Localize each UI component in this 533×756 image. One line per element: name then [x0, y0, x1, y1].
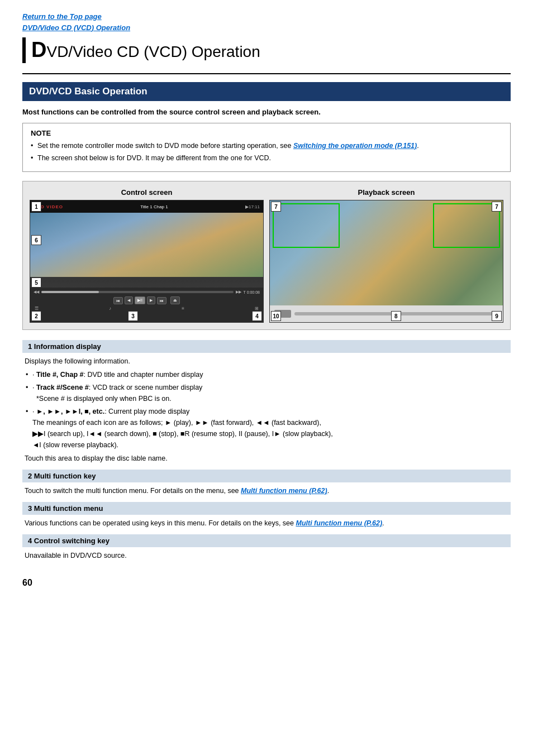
ctrl-subtitle-icon[interactable]: ≡ [182, 306, 184, 311]
ctrl-elapsed-time: T 0:00:08 [244, 290, 260, 294]
item-1-intro: Displays the following information. [25, 356, 508, 367]
breadcrumb-link-top[interactable]: Return to the Top page [22, 12, 102, 21]
screen-label-2: 2 [31, 311, 41, 321]
playback-screen-image: 7 7 10 8 9 [269, 200, 503, 323]
ctrl-btn-rewind[interactable]: ◀ [125, 296, 133, 304]
control-screen-image: DVD VIDEO Title 1 Chap 1 ▶ 17:11 ◀◀ ▶▶ T… [30, 200, 264, 323]
item-4-text: Unavailable in DVD/VCD source. [25, 550, 508, 561]
ctrl-video-area [30, 213, 263, 277]
screen-label-8: 8 [391, 311, 401, 321]
item-3-header: 3 Multi function menu [22, 502, 511, 515]
item-4-section: 4 Control switching key Unavailable in D… [22, 534, 511, 561]
item-3-text: Various functions can be operated using … [25, 518, 508, 529]
screen-label-4: 4 [252, 311, 262, 321]
item-3-link[interactable]: Multi function menu (P.62) [296, 519, 382, 527]
ctrl-angle-icon[interactable]: ⊞ [255, 306, 259, 311]
ctrl-buttons-row: ⏮ ◀ ▶II ▶ ⏭ ⏏ [32, 295, 261, 305]
ctrl-icons-row: ☰ ♪ ≡ ⊞ [32, 305, 261, 312]
control-screen-title: Control screen [30, 188, 264, 197]
ctrl-progress-row: ◀◀ ▶▶ T 0:00:08 [32, 289, 261, 295]
pb-bottom-bar [270, 305, 503, 322]
section-header: DVD/VCD Basic Operation [22, 82, 511, 101]
item-4-num: 4 [28, 537, 32, 545]
item-4-title: Control switching key [34, 537, 110, 545]
ctrl-btn-ff[interactable]: ▶ [147, 296, 155, 304]
ctrl-btn-play[interactable]: ▶II [135, 296, 145, 304]
ctrl-btn-next-chapter[interactable]: ⏭ [157, 297, 166, 304]
item-3-section: 3 Multi function menu Various functions … [22, 502, 511, 529]
page-title: DVD/Video CD (VCD) Operation [31, 37, 260, 63]
ctrl-top-bar: DVD VIDEO Title 1 Chap 1 ▶ 17:11 [30, 200, 263, 213]
item-3-body: Various functions can be operated using … [22, 518, 511, 529]
item-1-list: · Title #, Chap #: DVD title and chapter… [25, 369, 508, 451]
item-2-text: Touch to switch the multi function menu.… [25, 485, 508, 496]
item-1-title: Information display [34, 342, 101, 351]
screen-label-9: 9 [492, 311, 502, 321]
item-1-bullet-2: · Track #/Scene #: VCD track or scene nu… [25, 382, 508, 404]
item-1-body: Displays the following information. · Ti… [22, 356, 511, 464]
ctrl-ff-icon: ▶▶ [236, 290, 241, 294]
note-item-1: Set the remote controller mode switch to… [31, 141, 502, 151]
item-2-link[interactable]: Multi function menu (P.62) [241, 487, 327, 495]
item-1-bullet-1: · Title #, Chap #: DVD title and chapter… [25, 369, 508, 380]
screens-container: Control screen DVD VIDEO Title 1 Chap 1 … [22, 181, 511, 330]
screen-label-10: 10 [271, 311, 281, 321]
ctrl-time: 17:11 [249, 204, 260, 209]
ctrl-menu-icon[interactable]: ☰ [35, 306, 39, 311]
ctrl-progress-fill [41, 291, 99, 293]
ctrl-audio-icon[interactable]: ♪ [109, 306, 111, 311]
item-2-title: Multi function key [34, 472, 96, 480]
item-2-num: 2 [28, 472, 32, 480]
item-2-header: 2 Multi function key [22, 470, 511, 482]
item-3-num: 3 [28, 504, 32, 513]
control-screen-block: Control screen DVD VIDEO Title 1 Chap 1 … [30, 188, 264, 323]
item-4-body: Unavailable in DVD/VCD source. [22, 550, 511, 561]
note-title: NOTE [31, 129, 502, 137]
screen-label-6: 6 [31, 235, 41, 245]
item-1-footer: Touch this area to display the disc labl… [25, 453, 508, 464]
screen-label-5: 5 [31, 277, 41, 288]
intro-text: Most functions can be controlled from th… [22, 108, 511, 116]
item-1-section: 1 Information display Displays the follo… [22, 340, 511, 464]
note-link-1[interactable]: Switching the operation mode (P.151) [293, 142, 417, 150]
note-item-2: The screen shot below is for DVD. It may… [31, 153, 502, 164]
screen-label-7-left: 7 [271, 202, 281, 212]
playback-screen-block: Playback screen 7 7 10 8 9 [269, 188, 503, 323]
screen-label-3: 3 [128, 311, 138, 321]
item-1-bullet-3: · ►, ►►, ►►I, ■, etc.: Current play mode… [25, 406, 508, 451]
note-list: Set the remote controller mode switch to… [31, 141, 502, 164]
item-2-body: Touch to switch the multi function menu.… [22, 485, 511, 496]
playback-screen-title: Playback screen [269, 188, 503, 197]
ctrl-bottom-bar: ◀◀ ▶▶ T 0:00:08 ⏮ ◀ ▶II ▶ ⏭ ⏏ ☰ [30, 288, 263, 322]
screen-label-1: 1 [31, 202, 41, 212]
item-4-header: 4 Control switching key [22, 534, 511, 547]
item-1-header: 1 Information display [22, 340, 511, 353]
ctrl-play-icon: ◀◀ [34, 290, 39, 294]
breadcrumb-link-section[interactable]: DVD/Video CD (VCD) Operation [22, 23, 130, 32]
page-number: 60 [22, 578, 511, 588]
item-1-num: 1 [28, 342, 32, 351]
page-title-big-d: D [31, 38, 46, 61]
ctrl-progress-bar[interactable] [41, 291, 234, 293]
pb-video-area [270, 200, 503, 305]
breadcrumb: Return to the Top page DVD/Video CD (VCD… [22, 11, 511, 33]
ctrl-title-chap: Title 1 Chap 1 [63, 204, 245, 209]
item-2-section: 2 Multi function key Touch to switch the… [22, 470, 511, 496]
ctrl-btn-prev-chapter[interactable]: ⏮ [113, 297, 123, 304]
screen-label-7-right: 7 [492, 202, 502, 212]
title-divider [22, 73, 511, 74]
ctrl-btn-eject[interactable]: ⏏ [170, 296, 180, 304]
page-title-rest: VD/Video CD (VCD) Operation [46, 43, 260, 60]
page-title-container: DVD/Video CD (VCD) Operation [22, 37, 511, 63]
note-box: NOTE Set the remote controller mode swit… [22, 123, 511, 173]
item-3-title: Multi function menu [34, 504, 103, 513]
ctrl-video-scene [30, 213, 263, 277]
